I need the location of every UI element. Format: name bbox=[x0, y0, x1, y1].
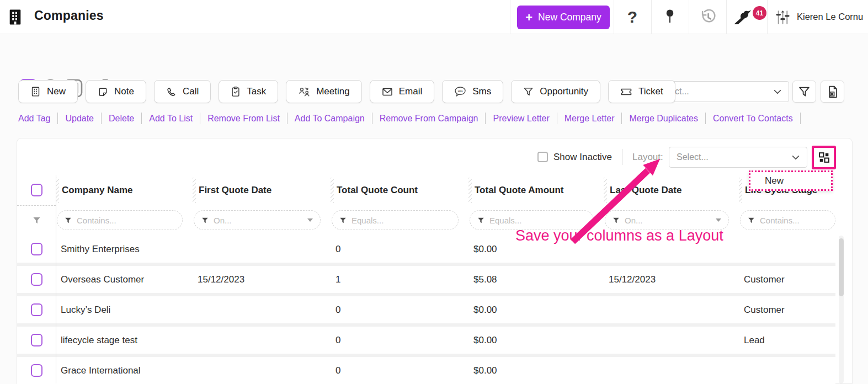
link-separator bbox=[287, 113, 287, 124]
user-name[interactable]: Kieren Le Cornu bbox=[797, 12, 863, 22]
add-to-campaign-link[interactable]: Add To Campaign bbox=[295, 114, 365, 124]
note-button[interactable]: Note bbox=[86, 80, 146, 103]
header-divider bbox=[689, 0, 689, 34]
row-checkbox[interactable] bbox=[31, 364, 42, 377]
sms-bubble-icon: sms bbox=[454, 86, 466, 97]
link-separator bbox=[57, 113, 58, 124]
filter-cell: On... bbox=[193, 207, 331, 233]
update-link[interactable]: Update bbox=[65, 114, 94, 124]
link-separator bbox=[200, 113, 200, 124]
table-row[interactable]: Overseas Customer 15/12/2023 1 $5.08 15/… bbox=[17, 266, 835, 293]
history-button[interactable] bbox=[697, 0, 718, 34]
new-record-button[interactable]: New bbox=[18, 80, 78, 103]
add-tag-link[interactable]: Add Tag bbox=[18, 114, 50, 124]
email-button[interactable]: Email bbox=[370, 80, 435, 103]
sms-button[interactable]: sms Sms bbox=[442, 80, 503, 103]
merge-letter-link[interactable]: Merge Letter bbox=[565, 114, 615, 124]
action-label: Sms bbox=[472, 86, 491, 97]
page-title: Companies bbox=[34, 8, 104, 23]
column-header-last-quote-date[interactable]: Last Quote Date bbox=[604, 175, 739, 206]
bulk-actions-bar: Add Tag Update Delete Add To List Remove… bbox=[18, 113, 808, 124]
funnel-icon bbox=[613, 217, 620, 224]
column-header-company-name[interactable]: Company Name bbox=[56, 175, 193, 206]
table-row[interactable]: Lucky’s Deli 0 $0.00 Customer bbox=[17, 296, 835, 323]
filter-cell: Equals... bbox=[331, 207, 468, 233]
action-label: Email bbox=[399, 86, 423, 97]
action-label: Ticket bbox=[638, 86, 663, 97]
cell-total-quote-count: 1 bbox=[331, 274, 468, 285]
cell-company-name[interactable]: Overseas Customer bbox=[56, 274, 193, 285]
ticket-button[interactable]: Ticket bbox=[608, 80, 675, 103]
layout-select-value: Select... bbox=[677, 152, 709, 162]
column-label: Total Quote Amount bbox=[475, 185, 563, 196]
add-to-list-link[interactable]: Add To List bbox=[149, 114, 193, 124]
row-checkbox[interactable] bbox=[31, 334, 42, 346]
export-button[interactable] bbox=[821, 81, 844, 103]
filter-placeholder: Equals... bbox=[352, 216, 384, 225]
convert-to-contacts-link[interactable]: Convert To Contacts bbox=[713, 114, 793, 124]
life-cycle-stage-filter-input[interactable]: Contains... bbox=[740, 210, 835, 230]
notification-count-badge[interactable]: 41 bbox=[753, 6, 766, 20]
cell-company-name[interactable]: Lucky’s Deli bbox=[56, 305, 193, 316]
layout-menu-item-new[interactable]: New bbox=[749, 170, 833, 191]
filter-caret-icon[interactable] bbox=[716, 218, 721, 222]
cell-total-quote-amount: $0.00 bbox=[468, 244, 604, 255]
table-row[interactable]: lifecycle stage test 0 $0.00 Lead bbox=[17, 327, 835, 354]
select-all-checkbox[interactable] bbox=[31, 184, 42, 196]
row-checkbox[interactable] bbox=[31, 303, 42, 316]
company-building-icon bbox=[8, 9, 23, 28]
scrollbar-thumb[interactable] bbox=[839, 238, 844, 296]
column-header-total-quote-amount[interactable]: Total Quote Amount bbox=[468, 175, 604, 206]
new-company-button[interactable]: + New Company bbox=[517, 6, 610, 29]
row-checkbox[interactable] bbox=[31, 243, 42, 255]
sms-bubble-text: sms bbox=[458, 90, 464, 93]
row-checkbox[interactable] bbox=[31, 273, 42, 286]
column-drag-handle[interactable] bbox=[739, 178, 742, 203]
show-inactive-checkbox[interactable] bbox=[537, 152, 548, 162]
remove-from-list-link[interactable]: Remove From List bbox=[207, 114, 280, 124]
column-header-total-quote-count[interactable]: Total Quote Count bbox=[331, 175, 468, 206]
filter-placeholder: Contains... bbox=[760, 216, 800, 225]
total-quote-count-filter-input[interactable]: Equals... bbox=[332, 210, 459, 230]
row-checkbox-cell bbox=[17, 236, 56, 263]
remove-from-campaign-link[interactable]: Remove From Campaign bbox=[380, 114, 478, 124]
column-drag-handle[interactable] bbox=[604, 178, 607, 203]
user-settings-button[interactable] bbox=[773, 0, 792, 34]
meeting-button[interactable]: Meeting bbox=[286, 80, 361, 103]
column-drag-handle[interactable] bbox=[193, 178, 196, 203]
pin-button[interactable] bbox=[660, 0, 680, 34]
delete-link[interactable]: Delete bbox=[109, 114, 134, 124]
notifications-button[interactable] bbox=[731, 0, 755, 34]
table-row[interactable]: Grace International 0 $0.00 bbox=[17, 357, 835, 384]
task-button[interactable]: Task bbox=[219, 80, 278, 103]
cell-company-name[interactable]: lifecycle stage test bbox=[56, 335, 193, 346]
column-label: Company Name bbox=[62, 185, 132, 196]
column-drag-handle[interactable] bbox=[468, 178, 472, 203]
row-checkbox-cell bbox=[17, 296, 56, 323]
call-button[interactable]: Call bbox=[154, 80, 211, 103]
filter-placeholder: Contains... bbox=[77, 216, 116, 225]
first-quote-date-filter-input[interactable]: On... bbox=[194, 210, 321, 230]
row-checkbox-cell bbox=[17, 266, 56, 293]
advanced-filter-button[interactable] bbox=[792, 81, 816, 103]
layout-select[interactable]: Select... bbox=[669, 147, 807, 168]
link-separator bbox=[621, 113, 622, 124]
preview-letter-link[interactable]: Preview Letter bbox=[493, 114, 549, 124]
column-drag-handle[interactable] bbox=[331, 178, 334, 203]
column-header-first-quote-date[interactable]: First Quote Date bbox=[193, 175, 331, 206]
cell-company-name[interactable]: Smithy Enterprises bbox=[56, 244, 193, 255]
funnel-icon bbox=[33, 216, 41, 225]
action-label: Meeting bbox=[316, 86, 349, 97]
companies-page: Companies + New Company ? 41 Kieren Le C… bbox=[0, 0, 868, 384]
filter-caret-icon[interactable] bbox=[307, 218, 313, 222]
phone-icon bbox=[166, 87, 177, 97]
help-button[interactable]: ? bbox=[620, 0, 645, 34]
merge-duplicates-link[interactable]: Merge Duplicates bbox=[629, 114, 698, 124]
header-divider bbox=[767, 0, 768, 34]
funnel-icon bbox=[523, 87, 534, 97]
company-name-filter-input[interactable]: Contains... bbox=[57, 210, 183, 230]
bird-icon bbox=[733, 9, 753, 25]
opportunity-button[interactable]: Opportunity bbox=[511, 80, 600, 103]
save-layout-button[interactable] bbox=[812, 146, 836, 169]
cell-company-name[interactable]: Grace International bbox=[56, 365, 193, 376]
